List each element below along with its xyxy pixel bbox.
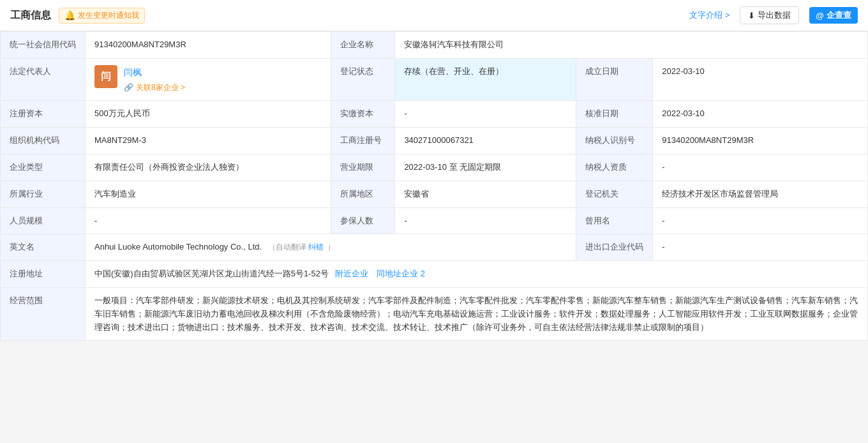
label-taxpayer-id: 纳税人识别号 [576,128,653,154]
value-credit-code: 91340200MA8NT29M3R [86,32,331,59]
label-biz-period: 营业期限 [331,154,395,181]
info-table: 统一社会信用代码 91340200MA8NT29M3R 企业名称 安徽洛轲汽车科… [0,31,868,341]
label-former-name: 曾用名 [576,207,653,234]
text-intro-link[interactable]: 文字介绍 > [689,10,730,21]
label-paid-capital: 实缴资本 [331,101,395,128]
value-english-name: Anhui Luoke Automobile Technology Co., L… [86,234,576,261]
page-container: 工商信息 🔔 发生变更时通知我 文字介绍 > ⬇ 导出数据 @ 企查查 统一社会… [0,0,868,341]
value-import-export-code: - [653,234,868,261]
table-row: 注册资本 500万元人民币 实缴资本 - 核准日期 2022-03-10 [1,101,868,128]
value-reg-address: 中国(安徽)自由贸易试验区芜湖片区龙山街道汽经一路5号1-52号 附近企业 同地… [86,261,868,288]
page-title: 工商信息 [10,9,51,22]
label-enterprise-type: 企业类型 [1,154,86,181]
value-biz-period: 2022-03-10 至 无固定期限 [395,154,576,181]
logo-text: 企查查 [827,10,851,21]
label-biz-reg-no: 工商注册号 [331,128,395,154]
legal-info: 闫枫 🔗 关联8家企业 > [124,65,185,94]
value-reg-capital: 500万元人民币 [86,101,331,128]
value-region: 安徽省 [395,181,576,207]
value-taxpayer-id: 91340200MA8NT29M3R [653,128,868,154]
label-reg-address: 注册地址 [1,261,86,288]
avatar: 闫 [94,65,117,88]
address-text: 中国(安徽)自由贸易试验区芜湖片区龙山街道汽经一路5号1-52号 [94,269,329,278]
qichacha-logo[interactable]: @ 企查查 [809,7,858,24]
label-staff-size: 人员规模 [1,207,86,234]
label-taxpayer-qual: 纳税人资质 [576,154,653,181]
bell-icon: 🔔 [64,10,75,20]
value-company-name: 安徽洛轲汽车科技有限公司 [395,32,868,59]
table-row: 企业类型 有限责任公司（外商投资企业法人独资） 营业期限 2022-03-10 … [1,154,868,181]
table-row: 组织机构代码 MA8NT29M-3 工商注册号 340271000067321 … [1,128,868,154]
label-legal-person: 法定代表人 [1,58,86,101]
header-bar: 工商信息 🔔 发生变更时通知我 文字介绍 > ⬇ 导出数据 @ 企查查 [0,0,868,31]
label-credit-code: 统一社会信用代码 [1,32,86,59]
label-company-name: 企业名称 [331,32,395,59]
value-org-code: MA8NT29M-3 [86,128,331,154]
value-reg-status: 存续（在营、开业、在册） [395,58,576,101]
label-found-date: 成立日期 [576,58,653,101]
label-approved-date: 核准日期 [576,101,653,128]
value-legal-person: 闫 闫枫 🔗 关联8家企业 > [86,58,331,101]
value-biz-scope: 一般项目：汽车零部件研发；新兴能源技术研发；电机及其控制系统研发；汽车零部件及配… [86,287,868,340]
link-icon: 🔗 [124,82,133,94]
related-text: 关联8家企业 > [136,82,185,94]
value-approved-date: 2022-03-10 [653,101,868,128]
value-found-date: 2022-03-10 [653,58,868,101]
header-left: 工商信息 🔔 发生变更时通知我 [10,8,145,24]
value-biz-reg-no: 340271000067321 [395,128,576,154]
nearby-enterprises-link[interactable]: 附近企业 [335,269,368,278]
table-row: 人员规模 - 参保人数 - 曾用名 - [1,207,868,234]
same-address-link[interactable]: 同地址企业 2 [377,269,425,278]
auto-translate-label: （自动翻译 [268,243,308,252]
label-region: 所属地区 [331,181,395,207]
value-reg-authority: 经济技术开发区市场监督管理局 [653,181,868,207]
legal-name-link[interactable]: 闫枫 [124,65,185,79]
correct-link[interactable]: 纠错 [308,243,324,252]
value-paid-capital: - [395,101,576,128]
value-enterprise-type: 有限责任公司（外商投资企业法人独资） [86,154,331,181]
export-button[interactable]: ⬇ 导出数据 [740,6,799,24]
logo-at-icon: @ [816,11,824,20]
legal-person-container: 闫 闫枫 🔗 关联8家企业 > [94,65,322,94]
download-icon: ⬇ [748,11,755,20]
label-reg-authority: 登记机关 [576,181,653,207]
export-label: 导出数据 [758,10,791,21]
notice-text: 发生变更时通知我 [78,10,139,21]
related-enterprises-link[interactable]: 🔗 关联8家企业 > [124,82,185,94]
label-reg-status: 登记状态 [331,58,395,101]
notice-badge[interactable]: 🔔 发生变更时通知我 [59,8,145,24]
value-insured-count: - [395,207,576,234]
label-industry: 所属行业 [1,181,86,207]
value-taxpayer-qual: - [653,154,868,181]
label-import-export-code: 进出口企业代码 [576,234,653,261]
auto-translate-end: ） [327,243,335,252]
english-name-text: Anhui Luoke Automobile Technology Co., L… [94,242,262,252]
value-former-name: - [653,207,868,234]
table-row: 注册地址 中国(安徽)自由贸易试验区芜湖片区龙山街道汽经一路5号1-52号 附近… [1,261,868,288]
table-row: 法定代表人 闫 闫枫 🔗 关联8家企业 > 登记状态 存续（在营、开业、在册） … [1,58,868,101]
header-right: 文字介绍 > ⬇ 导出数据 @ 企查查 [689,6,858,24]
label-reg-capital: 注册资本 [1,101,86,128]
label-biz-scope: 经营范围 [1,287,86,340]
value-industry: 汽车制造业 [86,181,331,207]
table-row: 英文名 Anhui Luoke Automobile Technology Co… [1,234,868,261]
table-row: 统一社会信用代码 91340200MA8NT29M3R 企业名称 安徽洛轲汽车科… [1,32,868,59]
value-staff-size: - [86,207,331,234]
label-english-name: 英文名 [1,234,86,261]
table-row: 所属行业 汽车制造业 所属地区 安徽省 登记机关 经济技术开发区市场监督管理局 [1,181,868,207]
table-row: 经营范围 一般项目：汽车零部件研发；新兴能源技术研发；电机及其控制系统研发；汽车… [1,287,868,340]
label-org-code: 组织机构代码 [1,128,86,154]
label-insured-count: 参保人数 [331,207,395,234]
